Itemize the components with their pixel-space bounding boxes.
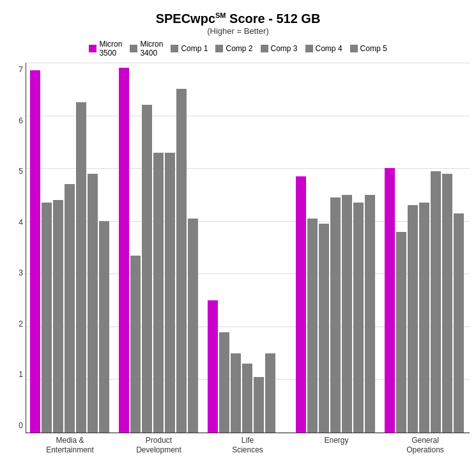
bar-4-0 xyxy=(385,168,395,432)
bar-group-0 xyxy=(26,63,115,433)
x-label-0: Media & Entertainment xyxy=(26,436,114,456)
legend-item-comp2: Comp 2 xyxy=(215,40,252,58)
y-label-2: 2 xyxy=(19,320,26,328)
y-label-1: 1 xyxy=(19,370,26,379)
bar-0-5 xyxy=(88,174,98,433)
bars-wrapper xyxy=(26,63,470,433)
chart-subtitle: (Higher = Better) xyxy=(207,26,268,36)
bar-1-3 xyxy=(153,153,164,433)
bar-3-2 xyxy=(319,224,329,433)
bar-3-5 xyxy=(353,203,364,433)
title-superscript: SM xyxy=(215,12,226,19)
title-text: SPECwpc xyxy=(156,12,215,26)
legend-item-comp1: Comp 1 xyxy=(171,40,208,58)
legend-swatch-micron3500 xyxy=(89,45,96,52)
x-label-4: General Operations xyxy=(381,436,470,456)
bar-3-4 xyxy=(342,195,352,433)
y-label-3: 3 xyxy=(19,268,26,277)
legend-item-comp4: Comp 4 xyxy=(305,40,342,58)
x-label-2: Life Sciences xyxy=(203,436,292,456)
bar-2-3 xyxy=(242,364,252,432)
bar-0-4 xyxy=(76,102,86,433)
legend-swatch-micron3400 xyxy=(130,45,137,52)
bar-1-6 xyxy=(188,219,198,433)
legend-swatch-comp4 xyxy=(305,45,313,52)
bar-1-0 xyxy=(119,68,129,433)
y-label-6: 6 xyxy=(19,116,26,125)
bar-2-5 xyxy=(265,353,275,433)
bar-1-5 xyxy=(176,89,187,432)
groups-container xyxy=(26,63,470,433)
legend-swatch-comp1 xyxy=(171,45,178,52)
legend-label-micron3500: Micron 3500 xyxy=(99,40,122,58)
bar-0-6 xyxy=(99,221,109,433)
bar-0-2 xyxy=(53,200,63,433)
legend-label-comp2: Comp 2 xyxy=(226,44,252,53)
y-label-5: 5 xyxy=(19,167,26,176)
bar-2-2 xyxy=(231,353,241,433)
y-axis: 76543210 xyxy=(6,63,26,456)
legend-label-comp5: Comp 5 xyxy=(360,44,387,53)
bar-4-3 xyxy=(419,203,429,433)
legend-swatch-comp5 xyxy=(350,45,358,52)
bar-0-1 xyxy=(42,203,52,433)
bar-1-4 xyxy=(165,153,175,433)
bar-group-2 xyxy=(204,63,293,433)
legend-label-comp4: Comp 4 xyxy=(316,44,342,53)
title-after: Score - 512 GB xyxy=(226,12,321,26)
legend: Micron 3500Micron 3400Comp 1Comp 2Comp 3… xyxy=(89,40,387,58)
bar-4-2 xyxy=(408,205,418,433)
bar-4-6 xyxy=(454,213,464,433)
legend-item-comp5: Comp 5 xyxy=(350,40,387,58)
bar-3-1 xyxy=(307,219,318,433)
legend-swatch-comp3 xyxy=(261,45,268,52)
bar-group-4 xyxy=(381,63,470,433)
bar-1-1 xyxy=(130,256,141,433)
bar-0-3 xyxy=(65,184,75,433)
bar-4-5 xyxy=(442,174,452,433)
bar-4-1 xyxy=(396,232,406,433)
bar-2-0 xyxy=(208,300,218,433)
y-label-7: 7 xyxy=(19,65,26,74)
legend-item-micron3500: Micron 3500 xyxy=(89,40,122,58)
x-labels: Media & EntertainmentProduct Development… xyxy=(26,436,470,456)
x-label-1: Product Development xyxy=(114,436,203,456)
bar-0-0 xyxy=(30,70,40,432)
bar-group-1 xyxy=(115,63,204,433)
legend-label-comp3: Comp 3 xyxy=(271,44,298,53)
legend-swatch-comp2 xyxy=(215,45,223,52)
y-label-0: 0 xyxy=(19,421,26,430)
chart-container: SPECwpcSM Score - 512 GB (Higher = Bette… xyxy=(0,0,476,462)
y-label-4: 4 xyxy=(19,218,26,227)
bar-3-6 xyxy=(365,195,375,433)
legend-item-micron3400: Micron 3400 xyxy=(130,40,163,58)
legend-label-micron3400: Micron 3400 xyxy=(140,40,163,58)
chart-area: 76543210 Media & EntertainmentProduct De… xyxy=(6,63,470,456)
bar-2-1 xyxy=(219,332,229,433)
legend-label-comp1: Comp 1 xyxy=(181,44,208,53)
bar-group-3 xyxy=(292,63,381,433)
bar-2-4 xyxy=(254,377,264,433)
bar-1-2 xyxy=(142,105,152,433)
bar-3-0 xyxy=(296,176,306,433)
bar-4-4 xyxy=(431,171,441,433)
chart-plot: Media & EntertainmentProduct Development… xyxy=(26,63,470,456)
legend-item-comp3: Comp 3 xyxy=(261,40,298,58)
x-label-3: Energy xyxy=(292,436,381,456)
chart-title: SPECwpcSM Score - 512 GB xyxy=(156,12,321,26)
bar-3-3 xyxy=(330,197,341,433)
